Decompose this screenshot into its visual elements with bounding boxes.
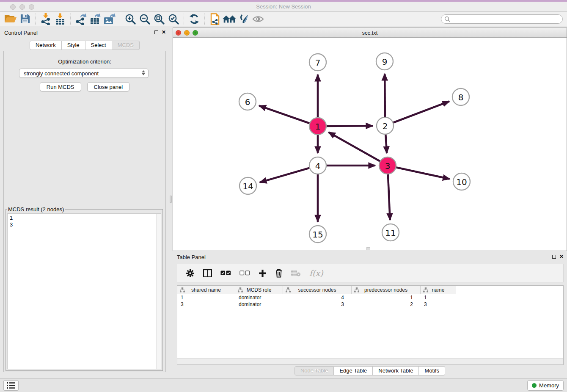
open-session-icon[interactable]: [3, 13, 18, 25]
edge-3-10[interactable]: [388, 166, 450, 179]
cell-successor-nodes[interactable]: 4: [283, 294, 352, 301]
tab-edge-table[interactable]: Edge Table: [334, 366, 373, 375]
cell-shared-name[interactable]: 1: [177, 294, 235, 301]
refresh-layout-icon[interactable]: [187, 13, 201, 25]
tab-network[interactable]: Network: [30, 41, 62, 50]
edge-1-6[interactable]: [259, 106, 318, 126]
search-input[interactable]: [450, 16, 559, 22]
canvas-sash-handle[interactable]: [366, 247, 370, 250]
cell-name[interactable]: 1: [421, 294, 456, 301]
run-mcds-button[interactable]: Run MCDS: [40, 82, 81, 91]
network-canvas[interactable]: 7968124314101511: [173, 38, 567, 251]
cell-shared-name[interactable]: 3: [177, 301, 235, 308]
criterion-selected-value: strongly connected component: [24, 70, 99, 77]
toolbar-separator: [204, 14, 205, 25]
delete-column-icon[interactable]: [291, 270, 301, 276]
vertical-splitter[interactable]: [169, 28, 173, 378]
edge-4-14[interactable]: [260, 166, 318, 182]
float-table-panel-icon[interactable]: [552, 255, 556, 259]
delete-row-icon[interactable]: [275, 269, 283, 278]
column-header-successor-nodes[interactable]: successor nodes: [283, 286, 352, 294]
table-panel-header: Table Panel ✕: [173, 252, 567, 263]
clone-network-icon[interactable]: [208, 13, 222, 25]
unselect-all-icon[interactable]: [239, 271, 250, 276]
tab-node-table[interactable]: Node Table: [295, 366, 334, 375]
tab-select[interactable]: Select: [85, 41, 112, 50]
node-3[interactable]: 3: [379, 157, 396, 174]
column-header-predecessor-nodes[interactable]: predecessor nodes: [352, 286, 421, 294]
edge-2-8[interactable]: [385, 101, 449, 126]
search-field[interactable]: [441, 14, 563, 24]
cell-predecessor-nodes[interactable]: 2: [352, 301, 421, 308]
criterion-select[interactable]: strongly connected component: [19, 69, 149, 78]
svg-text:8: 8: [458, 92, 464, 102]
node-15[interactable]: 15: [309, 226, 326, 243]
node-1[interactable]: 1: [309, 118, 326, 135]
column-header-name[interactable]: name: [421, 286, 456, 294]
function-builder-icon[interactable]: f(x): [309, 268, 323, 278]
fit-content-icon[interactable]: [152, 13, 166, 25]
float-panel-icon[interactable]: [154, 30, 158, 34]
main-toolbar: [0, 12, 567, 26]
svg-text:3: 3: [385, 161, 391, 171]
export-network-icon[interactable]: [74, 13, 88, 25]
control-panel-title: Control Panel: [4, 30, 38, 36]
zoom-in-icon[interactable]: [123, 13, 138, 25]
attribute-type-icon: [286, 287, 291, 293]
close-panel-button[interactable]: Close panel: [87, 82, 130, 91]
splitter-grip[interactable]: [170, 196, 172, 203]
export-image-icon[interactable]: [102, 13, 117, 25]
add-column-icon[interactable]: [259, 269, 267, 277]
network-window-titlebar[interactable]: × − + scc.txt: [173, 28, 567, 38]
import-table-icon[interactable]: [53, 13, 67, 25]
optimization-criterion-label: Optimization criterion:: [4, 58, 165, 65]
cell-predecessor-nodes[interactable]: 1: [352, 294, 421, 301]
cell-name[interactable]: 3: [421, 301, 456, 308]
zoom-out-icon[interactable]: [138, 13, 152, 25]
node-10[interactable]: 10: [453, 173, 470, 190]
apply-style-icon[interactable]: [237, 13, 251, 25]
node-2[interactable]: 2: [377, 117, 394, 134]
select-all-icon[interactable]: [220, 271, 231, 276]
result-scrollbar[interactable]: [156, 214, 161, 369]
node-9[interactable]: 9: [376, 53, 393, 70]
node-8[interactable]: 8: [452, 88, 469, 105]
network-window: × − + scc.txt 7968124314101511: [173, 28, 567, 251]
node-7[interactable]: 7: [309, 54, 326, 71]
zoom-selected-icon[interactable]: [166, 13, 181, 25]
node-11[interactable]: 11: [382, 224, 399, 241]
table-settings-icon[interactable]: [186, 269, 195, 278]
control-panel: Control Panel ✕ NetworkStyleSelectMCDS O…: [0, 28, 169, 378]
node-4[interactable]: 4: [309, 157, 326, 174]
attribute-type-icon: [238, 287, 243, 293]
cell-mcds-role[interactable]: dominator: [235, 294, 283, 301]
mcds-result-box[interactable]: 1 3: [7, 213, 161, 369]
table-row[interactable]: 1dominator411: [177, 294, 563, 301]
close-panel-icon[interactable]: ✕: [162, 30, 166, 35]
show-columns-icon[interactable]: [203, 269, 212, 277]
column-label: predecessor nodes: [364, 287, 407, 293]
tab-mcds[interactable]: MCDS: [112, 41, 140, 50]
edge-3-1[interactable]: [328, 132, 388, 166]
table-hscrollbar[interactable]: [177, 358, 563, 364]
close-table-panel-icon[interactable]: ✕: [559, 254, 564, 259]
network-graph[interactable]: 7968124314101511: [173, 38, 567, 251]
column-label: successor nodes: [298, 287, 336, 293]
cell-mcds-role[interactable]: dominator: [235, 301, 283, 308]
panel-list-button[interactable]: [3, 380, 19, 391]
hide-icon[interactable]: [251, 13, 265, 25]
save-session-icon[interactable]: [18, 13, 32, 25]
table-row[interactable]: 3dominator323: [177, 301, 563, 308]
column-header-mcds-role[interactable]: MCDS role: [235, 286, 283, 294]
tab-network-table[interactable]: Network Table: [373, 366, 419, 375]
memory-button[interactable]: Memory: [527, 380, 564, 391]
tab-style[interactable]: Style: [62, 41, 85, 50]
home-icon[interactable]: [222, 13, 237, 25]
cell-successor-nodes[interactable]: 3: [283, 301, 352, 308]
column-header-shared-name[interactable]: shared name: [177, 286, 235, 294]
import-network-icon[interactable]: [39, 13, 53, 25]
node-14[interactable]: 14: [239, 177, 256, 194]
node-6[interactable]: 6: [239, 93, 256, 110]
tab-motifs[interactable]: Motifs: [419, 366, 445, 375]
export-table-icon[interactable]: [88, 13, 102, 25]
